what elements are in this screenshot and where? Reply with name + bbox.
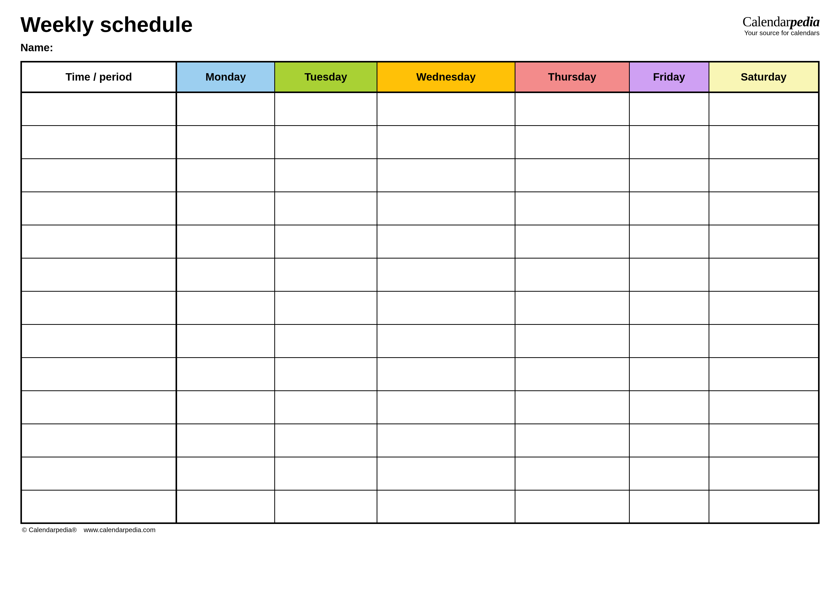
table-row xyxy=(21,490,819,523)
time-cell[interactable] xyxy=(21,391,176,424)
time-cell[interactable] xyxy=(21,258,176,291)
schedule-cell[interactable] xyxy=(275,258,377,291)
footer-copyright: © Calendarpedia® xyxy=(22,526,77,534)
schedule-cell[interactable] xyxy=(629,92,709,125)
schedule-cell[interactable] xyxy=(515,225,630,258)
schedule-cell[interactable] xyxy=(377,291,515,324)
schedule-cell[interactable] xyxy=(176,92,275,125)
schedule-cell[interactable] xyxy=(377,457,515,490)
schedule-cell[interactable] xyxy=(515,291,630,324)
time-cell[interactable] xyxy=(21,291,176,324)
schedule-cell[interactable] xyxy=(275,92,377,125)
schedule-cell[interactable] xyxy=(275,125,377,158)
time-cell[interactable] xyxy=(21,225,176,258)
schedule-cell[interactable] xyxy=(629,158,709,192)
schedule-cell[interactable] xyxy=(275,391,377,424)
schedule-cell[interactable] xyxy=(709,192,819,225)
schedule-cell[interactable] xyxy=(709,158,819,192)
schedule-cell[interactable] xyxy=(176,391,275,424)
col-header-friday: Friday xyxy=(629,62,709,92)
schedule-cell[interactable] xyxy=(709,391,819,424)
schedule-cell[interactable] xyxy=(275,457,377,490)
schedule-cell[interactable] xyxy=(629,125,709,158)
schedule-cell[interactable] xyxy=(629,291,709,324)
schedule-cell[interactable] xyxy=(275,291,377,324)
schedule-cell[interactable] xyxy=(176,258,275,291)
schedule-cell[interactable] xyxy=(275,490,377,523)
schedule-cell[interactable] xyxy=(275,358,377,391)
schedule-cell[interactable] xyxy=(176,158,275,192)
time-cell[interactable] xyxy=(21,490,176,523)
time-cell[interactable] xyxy=(21,324,176,358)
time-cell[interactable] xyxy=(21,158,176,192)
schedule-cell[interactable] xyxy=(629,457,709,490)
schedule-cell[interactable] xyxy=(709,258,819,291)
schedule-body xyxy=(21,92,819,523)
schedule-cell[interactable] xyxy=(515,457,630,490)
schedule-cell[interactable] xyxy=(629,192,709,225)
time-cell[interactable] xyxy=(21,125,176,158)
schedule-cell[interactable] xyxy=(629,324,709,358)
schedule-cell[interactable] xyxy=(377,391,515,424)
time-cell[interactable] xyxy=(21,424,176,457)
schedule-cell[interactable] xyxy=(377,424,515,457)
schedule-cell[interactable] xyxy=(275,158,377,192)
schedule-cell[interactable] xyxy=(515,391,630,424)
schedule-cell[interactable] xyxy=(515,358,630,391)
schedule-cell[interactable] xyxy=(377,324,515,358)
schedule-cell[interactable] xyxy=(515,125,630,158)
schedule-cell[interactable] xyxy=(709,457,819,490)
schedule-cell[interactable] xyxy=(377,125,515,158)
table-row xyxy=(21,225,819,258)
time-cell[interactable] xyxy=(21,192,176,225)
schedule-cell[interactable] xyxy=(377,258,515,291)
schedule-cell[interactable] xyxy=(629,258,709,291)
schedule-cell[interactable] xyxy=(709,358,819,391)
schedule-cell[interactable] xyxy=(629,490,709,523)
schedule-cell[interactable] xyxy=(515,324,630,358)
schedule-cell[interactable] xyxy=(275,192,377,225)
schedule-cell[interactable] xyxy=(176,192,275,225)
schedule-cell[interactable] xyxy=(629,391,709,424)
time-cell[interactable] xyxy=(21,358,176,391)
schedule-cell[interactable] xyxy=(377,158,515,192)
schedule-cell[interactable] xyxy=(275,324,377,358)
schedule-cell[interactable] xyxy=(709,92,819,125)
schedule-cell[interactable] xyxy=(709,324,819,358)
schedule-cell[interactable] xyxy=(515,192,630,225)
schedule-cell[interactable] xyxy=(629,358,709,391)
schedule-cell[interactable] xyxy=(709,125,819,158)
schedule-cell[interactable] xyxy=(515,92,630,125)
schedule-cell[interactable] xyxy=(176,424,275,457)
schedule-cell[interactable] xyxy=(176,457,275,490)
schedule-cell[interactable] xyxy=(629,225,709,258)
schedule-cell[interactable] xyxy=(176,225,275,258)
schedule-cell[interactable] xyxy=(377,490,515,523)
schedule-cell[interactable] xyxy=(709,291,819,324)
schedule-cell[interactable] xyxy=(515,258,630,291)
schedule-cell[interactable] xyxy=(377,358,515,391)
schedule-cell[interactable] xyxy=(629,424,709,457)
brand-name-part2: pedia xyxy=(790,14,819,29)
schedule-cell[interactable] xyxy=(176,358,275,391)
schedule-cell[interactable] xyxy=(515,490,630,523)
schedule-cell[interactable] xyxy=(709,424,819,457)
time-cell[interactable] xyxy=(21,92,176,125)
table-row xyxy=(21,192,819,225)
schedule-cell[interactable] xyxy=(176,125,275,158)
schedule-cell[interactable] xyxy=(515,158,630,192)
time-cell[interactable] xyxy=(21,457,176,490)
schedule-cell[interactable] xyxy=(275,225,377,258)
schedule-cell[interactable] xyxy=(275,424,377,457)
schedule-cell[interactable] xyxy=(176,291,275,324)
page-title: Weekly schedule xyxy=(21,13,193,36)
schedule-cell[interactable] xyxy=(377,225,515,258)
footer: © Calendarpedia® www.calendarpedia.com xyxy=(21,526,819,534)
schedule-cell[interactable] xyxy=(515,424,630,457)
schedule-cell[interactable] xyxy=(377,92,515,125)
schedule-cell[interactable] xyxy=(709,225,819,258)
schedule-cell[interactable] xyxy=(377,192,515,225)
schedule-cell[interactable] xyxy=(176,490,275,523)
schedule-cell[interactable] xyxy=(709,490,819,523)
schedule-cell[interactable] xyxy=(176,324,275,358)
